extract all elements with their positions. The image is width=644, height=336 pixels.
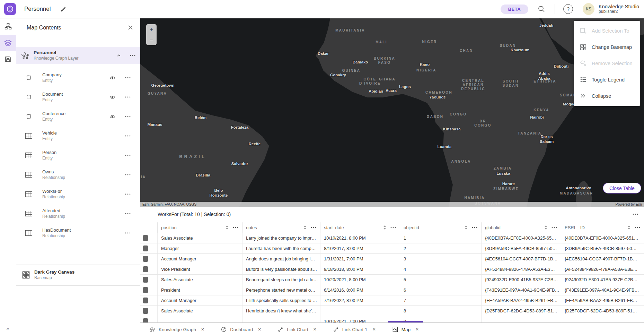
layer-options-icon[interactable]	[125, 213, 131, 215]
sidebar-item-save[interactable]	[0, 51, 16, 67]
table-cell	[561, 316, 644, 322]
row-checkbox[interactable]	[143, 245, 148, 251]
row-checkbox[interactable]	[143, 277, 148, 283]
collapse-icon	[580, 93, 586, 99]
table-title: WorksFor (Total: 10 | Selection: 0)	[158, 212, 231, 217]
tab-dashboard[interactable]: Dashboard✕	[216, 323, 266, 336]
menu-item-collapse[interactable]: Collapse	[574, 88, 640, 104]
map-canvas[interactable]: MAURITANIAMALINIGERCHADSUDANBURKINA FASO…	[140, 18, 644, 207]
row-checkbox[interactable]	[143, 287, 148, 293]
visibility-eye-icon[interactable]	[108, 76, 116, 80]
tab-link-chart[interactable]: Link Chart✕	[273, 323, 321, 336]
column-header-esri__id[interactable]: ESRI__ID	[561, 222, 644, 233]
layer-item-hasdocument[interactable]: HasDocumentRelationship	[16, 223, 140, 243]
row-checkbox[interactable]	[143, 266, 148, 272]
layer-options-icon[interactable]	[125, 174, 131, 176]
table-row[interactable]: Vice PresidentBuford is very passionate …	[140, 264, 644, 275]
column-options-icon[interactable]	[471, 226, 478, 229]
column-header-notes[interactable]: notes	[242, 222, 320, 233]
column-options-icon[interactable]	[310, 226, 317, 229]
app-logo-icon[interactable]	[4, 3, 16, 15]
column-header-start_date[interactable]: start_date	[320, 222, 400, 233]
layer-item-attended[interactable]: AttendedRelationship	[16, 204, 140, 223]
tab-close-icon[interactable]: ✕	[415, 327, 419, 332]
tab-close-icon[interactable]: ✕	[258, 327, 261, 332]
tab-close-icon[interactable]: ✕	[372, 327, 376, 332]
edit-title-icon[interactable]	[60, 6, 67, 12]
visibility-eye-icon[interactable]	[108, 114, 116, 119]
menu-item-toggle-legend[interactable]: Toggle Legend	[574, 71, 640, 88]
row-checkbox[interactable]	[143, 256, 148, 262]
close-panel-icon[interactable]	[125, 23, 135, 33]
tab-close-icon[interactable]: ✕	[313, 327, 317, 332]
row-checkbox[interactable]	[143, 235, 148, 241]
layer-item-text: DocumentEntity	[42, 92, 63, 103]
search-icon[interactable]	[536, 3, 547, 15]
basemap-type: Basemap	[34, 275, 74, 281]
row-checkbox[interactable]	[143, 298, 148, 303]
table-row[interactable]: Sales AssociateLarry joined the company …	[140, 233, 644, 243]
layer-item-document[interactable]: DocumentEntity	[16, 87, 140, 107]
column-options-icon[interactable]	[390, 226, 396, 229]
layer-item-conference[interactable]: ConferenceEntity	[16, 107, 140, 126]
basemap-item[interactable]: Dark Gray Canvas Basemap	[16, 266, 140, 284]
zoom-in-button[interactable]: +	[146, 24, 157, 35]
table-row[interactable]: Account ManagerAngie does a great job br…	[140, 254, 644, 264]
tab-knowledge-graph[interactable]: Knowledge Graph✕	[144, 323, 209, 336]
table-row[interactable]: PresidentPersephone started new metal o……	[140, 285, 644, 295]
menu-item-change-basemap[interactable]: Change Basemap	[574, 39, 640, 55]
row-checkbox[interactable]	[143, 308, 148, 314]
layer-item-person[interactable]: PersonEntity	[16, 146, 140, 165]
row-checkbox[interactable]	[143, 318, 148, 322]
layer-options-icon[interactable]	[125, 193, 131, 195]
sidebar-item-project[interactable]	[0, 18, 16, 35]
layer-options-icon[interactable]	[125, 154, 131, 156]
expand-rail-icon[interactable]: »	[0, 324, 16, 333]
tab-map[interactable]: Map✕	[388, 323, 424, 336]
close-table-button[interactable]: Close Table	[603, 183, 641, 193]
menu-item-remove-selection: Remove Selection	[574, 55, 640, 72]
column-header-position[interactable]: position	[158, 222, 242, 233]
layer-item-worksfor[interactable]: WorksForRelationship	[16, 184, 140, 204]
layer-item-vehicle[interactable]: VehicleEntity	[16, 126, 140, 146]
layer-options-icon[interactable]	[125, 115, 131, 118]
layer-group-options-icon[interactable]	[130, 54, 136, 57]
table-row[interactable]: ManagerLauretta has been with the comp…8…	[140, 243, 644, 254]
help-icon[interactable]: ?	[563, 3, 574, 15]
chevron-up-icon[interactable]	[116, 53, 121, 58]
table-cell: {AF524884-9826-478A-A53A-E3E…	[561, 264, 644, 274]
sort-icon[interactable]	[303, 225, 307, 230]
tab-close-icon[interactable]: ✕	[201, 327, 204, 332]
sort-icon[interactable]	[225, 225, 229, 230]
sort-icon[interactable]	[627, 225, 631, 230]
visibility-eye-icon[interactable]	[108, 95, 116, 100]
layer-item-company[interactable]: CompanyEntity	[16, 68, 140, 87]
column-options-icon[interactable]	[551, 226, 557, 229]
column-header-globalid[interactable]: globalid	[482, 222, 561, 233]
layer-item-owns[interactable]: OwnsRelationship	[16, 165, 140, 184]
header-divider	[555, 4, 555, 14]
sort-icon[interactable]	[383, 225, 387, 230]
table-row[interactable]: Sales AssociateHenrietta doesn't know wh…	[140, 306, 644, 316]
column-options-icon[interactable]	[634, 226, 641, 229]
sort-icon[interactable]	[544, 225, 548, 230]
layer-options-icon[interactable]	[125, 77, 131, 79]
layer-group-personnel[interactable]: Personnel Knowledge Graph Layer	[16, 47, 140, 64]
column-header-objectid[interactable]: objectid	[400, 222, 482, 233]
add-selection-icon	[580, 28, 586, 34]
table-row[interactable]: Account ManagerLilith specifically sells…	[140, 295, 644, 306]
sidebar-item-layers[interactable]	[0, 35, 16, 51]
zoom-out-button[interactable]: −	[146, 35, 157, 45]
table-cell: 6/14/2016, 8:00 PM	[320, 285, 400, 295]
column-options-icon[interactable]	[232, 226, 239, 229]
table-options-icon[interactable]	[632, 213, 638, 215]
sort-icon[interactable]	[464, 225, 468, 230]
table-row[interactable]: Sales AssociateBeauregard sleeps on the …	[140, 275, 644, 285]
layer-options-icon[interactable]	[125, 232, 131, 234]
layer-options-icon[interactable]	[125, 135, 131, 137]
tab-link-chart-1[interactable]: Link Chart 1✕	[328, 323, 381, 336]
avatar[interactable]: KS	[583, 3, 594, 15]
layer-options-icon[interactable]	[125, 96, 131, 98]
change-basemap-icon	[580, 44, 586, 51]
layer-type: Entity	[42, 97, 63, 103]
